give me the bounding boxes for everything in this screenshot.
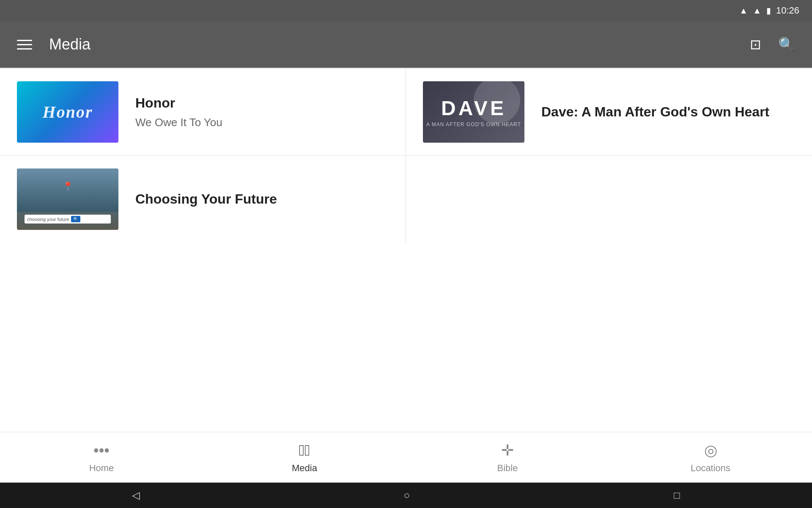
locations-label: Locations: [691, 463, 730, 474]
thumbnail-future: 📍 choosing your future 🔍: [17, 168, 118, 230]
app-bar-left: Media: [17, 36, 91, 53]
locations-icon: ◎: [704, 442, 717, 459]
honor-subtitle: We Owe It To You: [135, 116, 222, 129]
recents-button[interactable]: □: [674, 489, 680, 501]
honor-title: Honor: [135, 95, 222, 111]
media-item-empty: [406, 156, 812, 243]
future-searchbar: choosing your future 🔍: [25, 215, 111, 224]
future-pin: 📍: [63, 181, 73, 191]
menu-button[interactable]: [17, 40, 32, 50]
media-item-honor[interactable]: Honor Honor We Owe It To You: [0, 69, 406, 156]
bible-icon: ✛: [501, 442, 514, 459]
search-button[interactable]: 🔍: [778, 36, 795, 52]
bible-label: Bible: [497, 463, 518, 474]
app-bar-right: ⊡ 🔍: [750, 36, 795, 52]
future-search-text: choosing your future: [27, 217, 69, 222]
dave-title: Dave: A Man After God's Own Heart: [541, 104, 769, 120]
future-title: Choosing Your Future: [135, 191, 277, 207]
battery-icon: ▮: [766, 6, 771, 16]
home-label: Home: [89, 463, 114, 474]
nav-item-home[interactable]: ••• Home: [59, 442, 144, 474]
dave-thumb-subtext: A MAN AFTER GOD'S OWN HEART: [426, 121, 521, 127]
app-title: Media: [49, 36, 91, 53]
media-label: Media: [292, 463, 317, 474]
honor-text: Honor We Owe It To You: [135, 95, 222, 129]
dave-thumb-text: DAVE: [441, 97, 506, 120]
back-button[interactable]: ◁: [132, 489, 140, 501]
future-search-btn: 🔍: [71, 216, 80, 222]
app-bar: Media ⊡ 🔍: [0, 21, 812, 68]
nav-item-bible[interactable]: ✛ Bible: [465, 442, 550, 474]
signal-icon: ▲: [753, 6, 761, 16]
thumbnail-dave: DAVE A MAN AFTER GOD'S OWN HEART: [423, 81, 524, 143]
thumbnail-honor: Honor: [17, 81, 118, 143]
status-bar: ▲ ▲ ▮ 10:26: [0, 0, 812, 21]
wifi-icon: ▲: [739, 6, 748, 16]
media-grid: Honor Honor We Owe It To You DAVE A MAN …: [0, 69, 812, 243]
media-item-future[interactable]: 📍 choosing your future 🔍 Choosing Your F…: [0, 156, 406, 243]
home-button[interactable]: ○: [403, 489, 410, 501]
nav-item-media[interactable]: ▶⃞ Media: [262, 442, 347, 474]
honor-thumb-text: Honor: [43, 102, 93, 122]
system-nav-bar: ◁ ○ □: [0, 483, 812, 508]
media-icon: ▶⃞: [299, 442, 310, 459]
time-display: 10:26: [776, 5, 799, 16]
main-content: Honor Honor We Owe It To You DAVE A MAN …: [0, 69, 812, 432]
future-text: Choosing Your Future: [135, 191, 277, 207]
bottom-nav: ••• Home ▶⃞ Media ✛ Bible ◎ Locations: [0, 432, 812, 483]
cast-button[interactable]: ⊡: [750, 36, 761, 52]
media-item-dave[interactable]: DAVE A MAN AFTER GOD'S OWN HEART Dave: A…: [406, 69, 812, 156]
dave-text: Dave: A Man After God's Own Heart: [541, 104, 769, 120]
nav-item-locations[interactable]: ◎ Locations: [668, 442, 753, 474]
home-icon: •••: [93, 442, 110, 459]
